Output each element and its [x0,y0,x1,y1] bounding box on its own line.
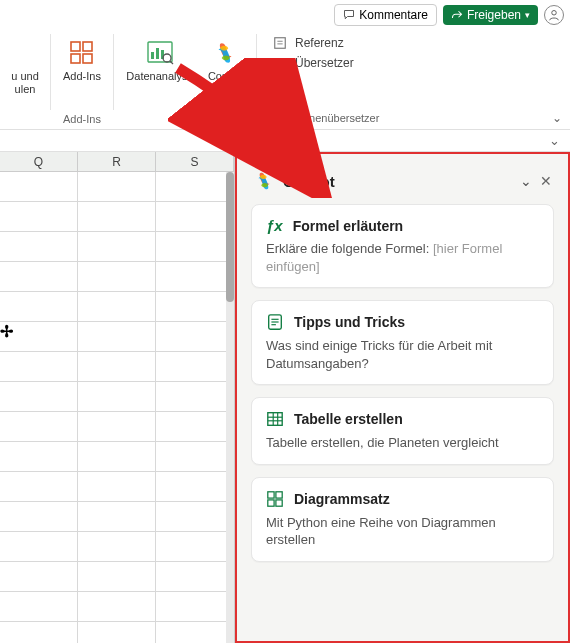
reference-button[interactable]: Referenz [273,36,562,50]
ribbon-label: ulen [15,83,36,96]
share-button[interactable]: Freigeben ▾ [443,5,538,25]
ribbon-label: u und [11,70,39,83]
comments-label: Kommentare [359,8,428,22]
svg-point-9 [163,54,171,62]
ribbon-group-analysis: Datenanalyse Copilot [114,30,256,129]
ribbon-group-label: Funktionenübersetzer [273,112,379,124]
grid-row[interactable] [0,382,234,412]
suggestion-card-formula[interactable]: ƒx Formel erläutern Erkläre die folgende… [251,204,554,288]
copilot-panel-title: Copilot [283,173,512,190]
suggestion-card-tips[interactable]: Tipps und Tricks Was sind einige Tricks … [251,300,554,385]
card-title: Formel erläutern [293,218,403,234]
data-analysis-icon [145,38,175,68]
grid-row[interactable] [0,472,234,502]
svg-rect-25 [268,492,274,498]
svg-rect-7 [156,48,159,59]
column-headers: Q R S [0,152,234,172]
svg-rect-27 [268,500,274,506]
data-analysis-button[interactable]: Datenanalyse [122,34,198,100]
svg-text:a: a [275,58,279,65]
ribbon-group-addins: Add-Ins Add-Ins [51,30,113,129]
chevron-down-icon[interactable]: ⌄ [552,111,562,125]
tips-icon [266,313,284,331]
grid-row[interactable] [0,232,234,262]
grid-row[interactable] [0,502,234,532]
column-header[interactable]: S [156,152,234,171]
grid-row[interactable] [0,562,234,592]
grid-row[interactable] [0,352,234,382]
ribbon: u und ulen Add-Ins Add-Ins [0,30,570,130]
copilot-icon [212,40,238,66]
ribbon-button-partial[interactable]: u und ulen [8,34,42,100]
svg-rect-11 [275,38,286,49]
cell-cursor-icon: ✢ [0,322,13,341]
share-icon [451,9,463,21]
copilot-panel-header: Copilot ⌄ ✕ [251,164,554,204]
main-area: Q R S ✢ [0,152,570,643]
comment-icon [343,9,355,21]
ribbon-group-partial: u und ulen [0,30,50,129]
reference-label: Referenz [295,36,344,50]
table-icon [266,410,284,428]
grid-row[interactable] [0,532,234,562]
grid-row[interactable] [0,622,234,643]
ribbon-label: Add-Ins [63,70,101,83]
grid-row[interactable] [0,292,234,322]
chartset-icon [266,490,284,508]
chevron-down-icon: ▾ [525,10,530,20]
grid-row[interactable] [0,592,234,622]
svg-text:あ: あ [280,61,287,69]
addins-button[interactable]: Add-Ins [59,34,105,100]
grid-row[interactable] [0,412,234,442]
addins-icon [68,39,96,67]
ribbon-label: Datenanalyse [126,70,193,83]
svg-rect-28 [276,500,282,506]
column-header[interactable]: Q [0,152,78,171]
grid-rows [0,172,234,643]
card-body: Tabelle erstellen, die Planeten vergleic… [266,434,539,452]
ribbon-group-label [183,113,186,127]
share-label: Freigeben [467,8,521,22]
ribbon-group-label: Add-Ins [63,113,101,127]
grid-row[interactable] [0,202,234,232]
svg-rect-20 [268,413,282,426]
chevron-down-icon[interactable]: ⌄ [549,133,560,148]
card-title: Tabelle erstellen [294,411,403,427]
svg-point-0 [552,11,557,16]
grid-row[interactable] [0,262,234,292]
copilot-panel: Copilot ⌄ ✕ ƒx Formel erläutern Erkläre … [235,152,570,643]
ribbon-group-translator: Referenz aあ Übersetzer Funktionenüberset… [257,30,570,129]
comments-button[interactable]: Kommentare [334,4,437,26]
translator-label: Übersetzer [295,56,354,70]
fx-icon: ƒx [266,217,283,234]
close-icon[interactable]: ✕ [540,173,552,189]
spreadsheet-grid[interactable]: Q R S ✢ [0,152,235,643]
svg-rect-4 [83,54,92,63]
vertical-scrollbar[interactable] [226,172,234,643]
grid-row[interactable] [0,322,234,352]
svg-rect-6 [151,52,154,59]
svg-rect-2 [83,42,92,51]
card-title: Diagrammsatz [294,491,390,507]
column-header[interactable]: R [78,152,156,171]
translator-icon: aあ [273,56,287,70]
svg-rect-1 [71,42,80,51]
ribbon-collapse-row: ⌄ [0,130,570,152]
grid-row[interactable] [0,442,234,472]
svg-rect-3 [71,54,80,63]
grid-row[interactable] [0,172,234,202]
suggestion-card-table[interactable]: Tabelle erstellen Tabelle erstellen, die… [251,397,554,465]
person-icon [548,9,560,21]
scrollbar-thumb[interactable] [226,172,234,302]
chevron-down-icon[interactable]: ⌄ [520,173,532,189]
reference-icon [273,36,287,50]
title-bar: Kommentare Freigeben ▾ [0,0,570,30]
user-avatar[interactable] [544,5,564,25]
suggestion-card-chartset[interactable]: Diagrammsatz Mit Python eine Reihe von D… [251,477,554,562]
card-body: Was sind einige Tricks für die Arbeit mi… [266,337,539,372]
svg-rect-26 [276,492,282,498]
translator-button[interactable]: aあ Übersetzer [273,56,562,70]
card-body: Mit Python eine Reihe von Diagrammen ers… [266,514,539,549]
copilot-ribbon-button[interactable]: Copilot [202,34,248,100]
card-title: Tipps und Tricks [294,314,405,330]
